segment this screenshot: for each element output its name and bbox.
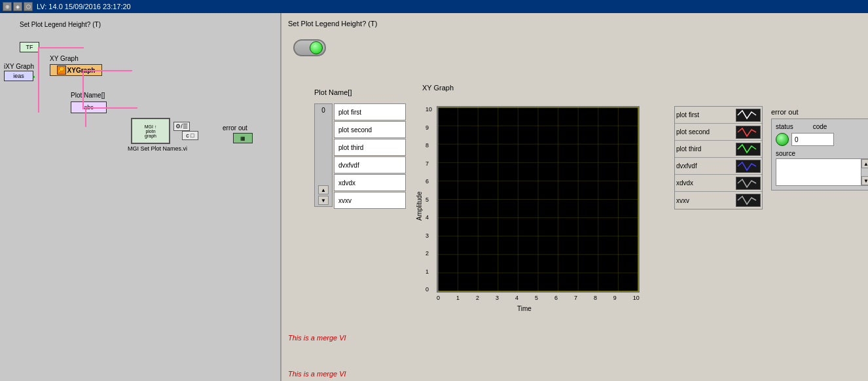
x-tick-3: 3 — [496, 295, 499, 301]
wire-h-3 — [82, 70, 132, 71]
y-tick-0: 0 — [425, 286, 432, 293]
fp-legend-label: Set Plot Legend Height? (T) — [288, 20, 377, 27]
plot-name-bd-label: Plot Name[] — [71, 92, 105, 99]
fp-source-scroll-up[interactable]: ▲ — [861, 159, 868, 168]
tf-box[interactable]: TF — [20, 42, 39, 52]
legend-item-4[interactable]: xdvdx — [675, 175, 762, 192]
bd-error-out-label: error out — [223, 124, 247, 132]
y-tick-8: 8 — [425, 142, 432, 149]
fp-x-axis-labels: 0 1 2 3 4 5 6 7 8 9 10 — [437, 295, 640, 301]
x-tick-6: 6 — [554, 295, 558, 301]
title-bar: ⊕ ◈ ⬡ LV: 14.0 15/09/2016 23:17:20 — [0, 0, 868, 13]
x-tick-10: 10 — [633, 295, 640, 301]
wire-v-3 — [82, 70, 84, 109]
legend-item-3[interactable]: dvxfvdf — [675, 158, 762, 175]
y-tick-9: 9 — [425, 124, 432, 131]
fp-time-label: Time — [517, 305, 532, 312]
legend-swatch-4 — [736, 177, 761, 190]
legend-name-4: xdvdx — [675, 179, 736, 187]
y-tick-5: 5 — [425, 196, 432, 203]
bd-legend-label: Set Plot Legend Height? (T) — [20, 21, 101, 28]
x-tick-2: 2 — [476, 295, 479, 301]
fp-error-labels-row: status code — [776, 123, 868, 130]
plot-item-3[interactable]: dvxfvdf — [334, 156, 406, 173]
fp-index-scroll-up[interactable]: ▲ — [318, 185, 329, 194]
fp-source-scroll-track — [861, 168, 868, 176]
fp-error-out-box: status code 0 source ▲ ▼ — [771, 118, 868, 190]
legend-swatch-3 — [736, 160, 761, 173]
sym-box-2[interactable]: c □ — [182, 131, 198, 140]
y-tick-3: 3 — [425, 232, 432, 239]
fp-code-box[interactable]: 0 — [791, 133, 834, 146]
legend-swatch-0 — [736, 109, 761, 122]
app-icon-2: ◈ — [13, 2, 22, 11]
legend-name-0: plot first — [675, 111, 736, 118]
y-tick-10: 10 — [425, 106, 432, 113]
legend-swatch-2 — [736, 143, 761, 156]
mgi-text-2: plotn — [145, 129, 155, 134]
y-tick-2: 2 — [425, 250, 432, 257]
legend-item-5[interactable]: xvxv — [675, 192, 762, 209]
x-tick-5: 5 — [535, 295, 538, 301]
fp-source-scrollbar: ▲ ▼ — [861, 159, 868, 185]
legend-swatch-1 — [736, 126, 761, 139]
fp-status-label: status — [776, 123, 793, 130]
mgi-text-1: MGI ↑ — [145, 124, 157, 129]
app-icon-3: ⬡ — [24, 2, 33, 11]
x-tick-7: 7 — [574, 295, 577, 301]
legend-name-5: xvxv — [675, 197, 736, 204]
bd-error-icon: ▦ — [233, 133, 253, 143]
sym-box-1[interactable]: ⚙/☰ — [173, 122, 190, 131]
fp-toggle-switch[interactable] — [293, 39, 326, 56]
fp-source-scroll-down[interactable]: ▼ — [861, 176, 868, 185]
x-tick-1: 1 — [456, 295, 460, 301]
fp-graph-area[interactable] — [437, 106, 640, 293]
app-icon-1: ⊕ — [3, 2, 12, 11]
mgi-vi-label: MGI Set Plot Names.vi — [128, 145, 187, 152]
fp-index-value: 0 — [321, 107, 325, 114]
plot-item-2[interactable]: plot third — [334, 139, 406, 156]
wire-dot — [33, 76, 35, 78]
plot-item-4[interactable]: xdvdx — [334, 174, 406, 191]
fp-index-scroll-down[interactable]: ▼ — [318, 196, 329, 205]
x-tick-8: 8 — [594, 295, 597, 301]
fp-error-out-section: error out status code 0 source ▲ — [771, 108, 868, 190]
fp-merge-text-1: This is a merge VI — [288, 334, 346, 342]
wire-h-2 — [85, 107, 137, 109]
fp-error-status-row: 0 — [776, 133, 868, 146]
y-tick-6: 6 — [425, 178, 432, 185]
front-panel: Set Plot Legend Height? (T) Plot Name[] … — [281, 13, 868, 381]
plot-item-5[interactable]: xvxv — [334, 192, 406, 209]
fp-source-label: source — [776, 150, 868, 157]
fp-error-led — [776, 133, 789, 146]
wire-h-1 — [38, 47, 84, 48]
legend-item-2[interactable]: plot third — [675, 141, 762, 158]
legend-name-2: plot third — [675, 145, 736, 153]
wire-v-1 — [38, 47, 39, 113]
fp-code-label: code — [813, 123, 827, 130]
plot-item-1[interactable]: plot second — [334, 121, 406, 138]
fp-merge-text-2: This is a merge VI — [288, 370, 346, 378]
fp-led-green — [310, 41, 323, 54]
fp-graph-wrapper: Amplitude 10 9 8 7 6 5 4 3 2 1 0 — [416, 92, 671, 331]
legend-name-3: dvxfvdf — [675, 162, 736, 170]
fp-plot-name-title: Plot Name[] — [314, 88, 352, 96]
fp-source-box[interactable]: ▲ ▼ — [776, 158, 868, 186]
main-area: Set Plot Legend Height? (T) TF iXY Graph… — [0, 13, 868, 381]
legend-item-1[interactable]: plot second — [675, 124, 762, 141]
xy-graph-icon: 🔑 — [57, 65, 66, 75]
fp-index-box[interactable]: 0 ▲ ▼ — [314, 103, 333, 207]
block-diagram: Set Plot Legend Height? (T) TF iXY Graph… — [0, 13, 281, 381]
y-tick-1: 1 — [425, 268, 432, 275]
xy-graph-bd-label: XY Graph — [50, 55, 79, 62]
graph-svg — [438, 107, 638, 291]
ixy-box[interactable]: ieas — [4, 71, 33, 81]
fp-legend-panel: plot first plot second plot third — [674, 106, 763, 209]
title-icons: ⊕ ◈ ⬡ — [3, 2, 33, 11]
plot-item-0[interactable]: plot first — [334, 103, 406, 120]
x-tick-9: 9 — [613, 295, 617, 301]
mgi-block[interactable]: MGI ↑ plotn graph — [131, 118, 170, 144]
fp-xy-graph-title: XY Graph — [422, 84, 454, 92]
fp-amplitude-label: Amplitude — [416, 108, 423, 304]
legend-item-0[interactable]: plot first — [675, 107, 762, 124]
